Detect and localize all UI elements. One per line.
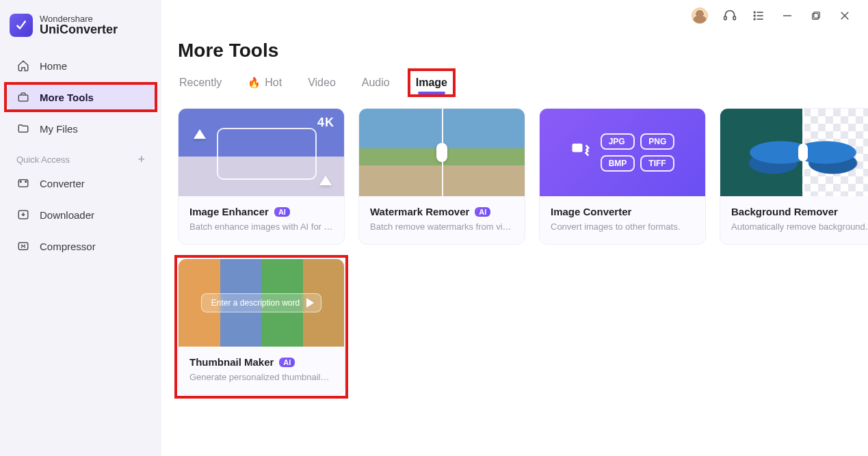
card-title-row: Thumbnail Maker AI [189, 356, 333, 368]
card-desc: Batch remove watermarks from vi… [370, 222, 514, 232]
card-thumbnail-maker[interactable]: Enter a description word Thumbnail Maker… [178, 258, 345, 395]
svg-rect-7 [733, 16, 735, 20]
ai-badge: AI [274, 207, 290, 217]
arrow-up-icon [319, 176, 332, 185]
support-icon[interactable] [723, 9, 737, 23]
toolbox-icon [16, 90, 30, 104]
format-badge: BMP [601, 155, 635, 172]
tab-label: Image [416, 77, 447, 89]
card-thumbnail-maker-highlight: Enter a description word Thumbnail Maker… [178, 258, 345, 395]
card-thumbnail [720, 109, 868, 196]
svg-rect-0 [18, 95, 28, 101]
brand-bottom: UniConverter [40, 23, 118, 36]
sidebar-item-my-files[interactable]: My Files [7, 115, 155, 142]
sidebar-item-downloader[interactable]: Downloader [7, 201, 155, 228]
sidebar-item-home[interactable]: Home [7, 52, 155, 79]
card-title-row: Image Converter [551, 206, 694, 217]
add-quick-access-button[interactable]: + [137, 153, 145, 165]
avatar[interactable] [692, 8, 708, 24]
tools-grid: Image Enhancer AI Batch enhance images w… [178, 108, 852, 395]
card-title: Image Enhancer [189, 206, 269, 217]
svg-point-3 [25, 181, 27, 183]
svg-rect-15 [814, 12, 820, 18]
tab-video[interactable]: Video [306, 74, 337, 92]
card-desc: Batch enhance images with AI for i… [189, 222, 333, 232]
format-badge: PNG [640, 133, 674, 150]
card-title: Watermark Remover [370, 206, 469, 217]
tab-audio[interactable]: Audio [360, 74, 391, 92]
main-area: More Tools Recently 🔥 Hot Video Audio Im… [161, 0, 868, 456]
slider-handle-icon [436, 143, 447, 162]
fire-icon: 🔥 [248, 77, 261, 89]
maximize-button[interactable] [809, 9, 823, 23]
slider-handle-icon [798, 144, 808, 161]
svg-point-2 [20, 181, 21, 183]
sidebar: Wondershare UniConverter Home More Tools [0, 0, 161, 456]
format-badge: TIFF [640, 155, 674, 172]
compressor-icon [16, 239, 30, 253]
ai-badge: AI [475, 207, 490, 217]
tab-hot[interactable]: 🔥 Hot [246, 74, 283, 92]
svg-rect-6 [724, 16, 726, 20]
frame-overlay-icon [217, 128, 317, 180]
sidebar-item-label: My Files [40, 123, 78, 135]
card-desc: Generate personalized thumbnails … [189, 372, 333, 382]
tab-image[interactable]: Image [415, 74, 449, 92]
card-title-row: Image Enhancer AI [189, 206, 333, 217]
card-image-converter[interactable]: JPG PNG BMP TIFF Image Converter Convert… [539, 108, 706, 245]
card-body: Watermark Remover AI Batch remove waterm… [359, 196, 525, 244]
brand-top: Wondershare [40, 14, 118, 24]
svg-point-12 [754, 18, 755, 20]
brand-text: Wondershare UniConverter [40, 14, 118, 37]
quick-access-header: Quick Access + [7, 146, 155, 170]
sidebar-item-label: Converter [40, 178, 85, 189]
card-title: Image Converter [551, 206, 631, 217]
sidebar-item-label: Compressor [40, 241, 96, 252]
card-thumbnail [359, 109, 525, 196]
sidebar-item-converter[interactable]: Converter [7, 170, 155, 197]
format-badge: JPG [601, 133, 635, 150]
arrow-up-icon [194, 129, 206, 139]
minimize-button[interactable] [780, 9, 794, 23]
card-desc: Convert images to other formats. [551, 222, 694, 232]
download-icon [16, 208, 30, 222]
card-body: Background Remover Automatically remove … [720, 196, 868, 244]
card-thumbnail: Enter a description word [179, 259, 344, 347]
card-title: Background Remover [731, 206, 838, 217]
image-swap-icon [570, 140, 591, 165]
converter-icon [16, 176, 30, 190]
svg-rect-16 [813, 14, 819, 20]
quick-access-label: Quick Access [16, 155, 70, 165]
card-title-row: Watermark Remover AI [370, 206, 514, 217]
sidebar-item-label: Home [40, 60, 67, 72]
sidebar-more-tools-highlight: More Tools [7, 83, 155, 111]
tab-label: Video [308, 77, 336, 89]
tool-category-tabs: Recently 🔥 Hot Video Audio Image [178, 74, 852, 92]
sidebar-item-more-tools[interactable]: More Tools [7, 83, 155, 111]
sidebar-item-compressor[interactable]: Compressor [7, 232, 155, 260]
card-body: Thumbnail Maker AI Generate personalized… [179, 347, 344, 394]
close-button[interactable] [838, 9, 852, 23]
card-background-remover[interactable]: Background Remover Automatically remove … [720, 108, 868, 245]
home-icon [16, 59, 30, 72]
tab-recently[interactable]: Recently [178, 74, 223, 92]
window-titlebar [178, 0, 852, 27]
tab-label: Recently [179, 77, 222, 89]
svg-rect-19 [572, 144, 582, 152]
card-watermark-remover[interactable]: Watermark Remover AI Batch remove waterm… [358, 108, 525, 245]
sidebar-item-label: Downloader [40, 209, 94, 221]
menu-list-icon[interactable] [752, 9, 765, 23]
folder-icon [16, 122, 30, 135]
prompt-placeholder: Enter a description word [211, 298, 300, 308]
card-thumbnail: JPG PNG BMP TIFF [540, 109, 705, 196]
sidebar-item-label: More Tools [40, 92, 94, 103]
brand: Wondershare UniConverter [7, 14, 155, 52]
card-desc: Automatically remove background… [731, 222, 868, 232]
tab-label: Hot [265, 77, 282, 89]
svg-rect-1 [18, 180, 28, 187]
card-thumbnail [179, 109, 344, 196]
ai-badge: AI [279, 358, 295, 367]
card-image-enhancer[interactable]: Image Enhancer AI Batch enhance images w… [178, 108, 345, 245]
card-title: Thumbnail Maker [189, 356, 274, 368]
svg-point-10 [754, 15, 755, 16]
